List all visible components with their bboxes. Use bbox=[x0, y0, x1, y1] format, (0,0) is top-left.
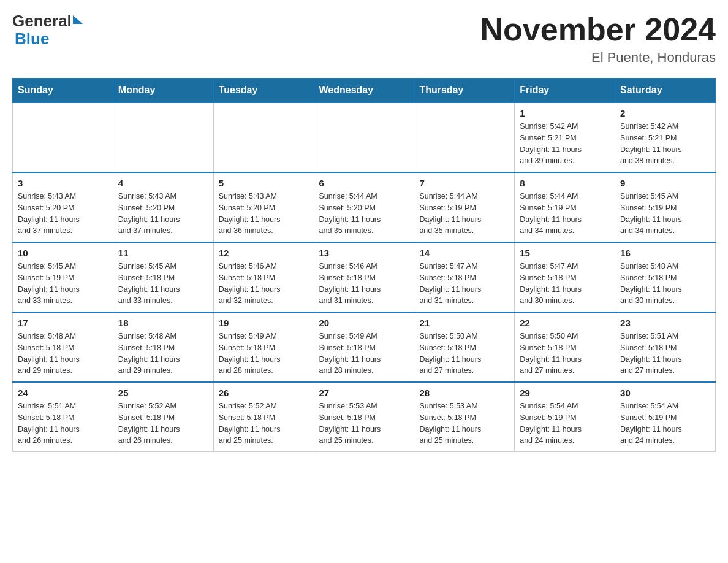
day-info: Sunrise: 5:48 AMSunset: 5:18 PMDaylight:… bbox=[118, 331, 208, 377]
day-number: 1 bbox=[520, 108, 610, 118]
day-info: Sunrise: 5:45 AMSunset: 5:18 PMDaylight:… bbox=[118, 261, 208, 307]
calendar-cell: 20Sunrise: 5:49 AMSunset: 5:18 PMDayligh… bbox=[314, 312, 414, 382]
day-number: 2 bbox=[620, 108, 710, 118]
day-info: Sunrise: 5:48 AMSunset: 5:18 PMDaylight:… bbox=[620, 261, 710, 307]
logo-general-text: General bbox=[12, 12, 72, 30]
location-subtitle: El Puente, Honduras bbox=[480, 50, 716, 66]
calendar-cell: 22Sunrise: 5:50 AMSunset: 5:18 PMDayligh… bbox=[515, 312, 615, 382]
day-number: 26 bbox=[219, 388, 309, 398]
calendar-header-row: SundayMondayTuesdayWednesdayThursdayFrid… bbox=[13, 79, 716, 103]
day-info: Sunrise: 5:49 AMSunset: 5:18 PMDaylight:… bbox=[219, 331, 309, 377]
logo: General Blue bbox=[12, 12, 83, 47]
calendar-week-row: 24Sunrise: 5:51 AMSunset: 5:18 PMDayligh… bbox=[13, 382, 716, 452]
day-number: 16 bbox=[620, 248, 710, 258]
day-number: 21 bbox=[419, 318, 509, 328]
calendar-header-friday: Friday bbox=[515, 79, 615, 103]
calendar-cell: 19Sunrise: 5:49 AMSunset: 5:18 PMDayligh… bbox=[213, 312, 314, 382]
calendar-cell: 8Sunrise: 5:44 AMSunset: 5:19 PMDaylight… bbox=[515, 172, 615, 242]
day-info: Sunrise: 5:50 AMSunset: 5:18 PMDaylight:… bbox=[419, 331, 509, 377]
title-section: November 2024 El Puente, Honduras bbox=[480, 12, 716, 66]
calendar-cell: 10Sunrise: 5:45 AMSunset: 5:19 PMDayligh… bbox=[13, 242, 113, 312]
day-info: Sunrise: 5:53 AMSunset: 5:18 PMDaylight:… bbox=[319, 400, 409, 446]
calendar-cell: 24Sunrise: 5:51 AMSunset: 5:18 PMDayligh… bbox=[13, 382, 113, 452]
day-number: 10 bbox=[18, 248, 108, 258]
day-info: Sunrise: 5:52 AMSunset: 5:18 PMDaylight:… bbox=[118, 400, 208, 446]
day-info: Sunrise: 5:44 AMSunset: 5:19 PMDaylight:… bbox=[419, 191, 509, 237]
day-number: 6 bbox=[319, 178, 409, 188]
day-info: Sunrise: 5:54 AMSunset: 5:19 PMDaylight:… bbox=[520, 400, 610, 446]
calendar-cell bbox=[213, 102, 314, 172]
day-number: 20 bbox=[319, 318, 409, 328]
day-info: Sunrise: 5:47 AMSunset: 5:18 PMDaylight:… bbox=[419, 261, 509, 307]
calendar-table: SundayMondayTuesdayWednesdayThursdayFrid… bbox=[12, 78, 716, 452]
day-info: Sunrise: 5:45 AMSunset: 5:19 PMDaylight:… bbox=[18, 261, 108, 307]
calendar-cell: 2Sunrise: 5:42 AMSunset: 5:21 PMDaylight… bbox=[615, 102, 716, 172]
day-number: 23 bbox=[620, 318, 710, 328]
day-number: 29 bbox=[520, 388, 610, 398]
day-info: Sunrise: 5:42 AMSunset: 5:21 PMDaylight:… bbox=[520, 121, 610, 167]
day-info: Sunrise: 5:52 AMSunset: 5:18 PMDaylight:… bbox=[219, 400, 309, 446]
day-number: 13 bbox=[319, 248, 409, 258]
day-info: Sunrise: 5:51 AMSunset: 5:18 PMDaylight:… bbox=[18, 400, 108, 446]
calendar-cell: 14Sunrise: 5:47 AMSunset: 5:18 PMDayligh… bbox=[414, 242, 515, 312]
calendar-cell: 6Sunrise: 5:44 AMSunset: 5:20 PMDaylight… bbox=[314, 172, 414, 242]
calendar-cell bbox=[314, 102, 414, 172]
day-info: Sunrise: 5:47 AMSunset: 5:18 PMDaylight:… bbox=[520, 261, 610, 307]
calendar-header-wednesday: Wednesday bbox=[314, 79, 414, 103]
day-info: Sunrise: 5:48 AMSunset: 5:18 PMDaylight:… bbox=[18, 331, 108, 377]
day-number: 4 bbox=[118, 178, 208, 188]
day-number: 22 bbox=[520, 318, 610, 328]
calendar-cell: 3Sunrise: 5:43 AMSunset: 5:20 PMDaylight… bbox=[13, 172, 113, 242]
calendar-header-tuesday: Tuesday bbox=[213, 79, 314, 103]
day-info: Sunrise: 5:50 AMSunset: 5:18 PMDaylight:… bbox=[520, 331, 610, 377]
day-number: 9 bbox=[620, 178, 710, 188]
day-info: Sunrise: 5:43 AMSunset: 5:20 PMDaylight:… bbox=[219, 191, 309, 237]
calendar-week-row: 3Sunrise: 5:43 AMSunset: 5:20 PMDaylight… bbox=[13, 172, 716, 242]
calendar-cell: 11Sunrise: 5:45 AMSunset: 5:18 PMDayligh… bbox=[113, 242, 213, 312]
calendar-header-sunday: Sunday bbox=[13, 79, 113, 103]
calendar-cell: 23Sunrise: 5:51 AMSunset: 5:18 PMDayligh… bbox=[615, 312, 716, 382]
day-info: Sunrise: 5:44 AMSunset: 5:19 PMDaylight:… bbox=[520, 191, 610, 237]
day-info: Sunrise: 5:43 AMSunset: 5:20 PMDaylight:… bbox=[18, 191, 108, 237]
calendar-cell: 15Sunrise: 5:47 AMSunset: 5:18 PMDayligh… bbox=[515, 242, 615, 312]
day-info: Sunrise: 5:46 AMSunset: 5:18 PMDaylight:… bbox=[219, 261, 309, 307]
day-number: 24 bbox=[18, 388, 108, 398]
calendar-cell: 29Sunrise: 5:54 AMSunset: 5:19 PMDayligh… bbox=[515, 382, 615, 452]
day-number: 17 bbox=[18, 318, 108, 328]
day-number: 7 bbox=[419, 178, 509, 188]
page-header: General Blue November 2024 El Puente, Ho… bbox=[12, 12, 716, 66]
calendar-cell bbox=[414, 102, 515, 172]
calendar-cell: 21Sunrise: 5:50 AMSunset: 5:18 PMDayligh… bbox=[414, 312, 515, 382]
calendar-cell: 27Sunrise: 5:53 AMSunset: 5:18 PMDayligh… bbox=[314, 382, 414, 452]
calendar-week-row: 10Sunrise: 5:45 AMSunset: 5:19 PMDayligh… bbox=[13, 242, 716, 312]
calendar-cell: 30Sunrise: 5:54 AMSunset: 5:19 PMDayligh… bbox=[615, 382, 716, 452]
day-number: 5 bbox=[219, 178, 309, 188]
calendar-header-monday: Monday bbox=[113, 79, 213, 103]
day-info: Sunrise: 5:54 AMSunset: 5:19 PMDaylight:… bbox=[620, 400, 710, 446]
calendar-week-row: 1Sunrise: 5:42 AMSunset: 5:21 PMDaylight… bbox=[13, 102, 716, 172]
calendar-header-saturday: Saturday bbox=[615, 79, 716, 103]
day-info: Sunrise: 5:42 AMSunset: 5:21 PMDaylight:… bbox=[620, 121, 710, 167]
day-number: 14 bbox=[419, 248, 509, 258]
calendar-cell: 16Sunrise: 5:48 AMSunset: 5:18 PMDayligh… bbox=[615, 242, 716, 312]
calendar-cell: 28Sunrise: 5:53 AMSunset: 5:18 PMDayligh… bbox=[414, 382, 515, 452]
month-title: November 2024 bbox=[480, 12, 716, 47]
calendar-cell: 17Sunrise: 5:48 AMSunset: 5:18 PMDayligh… bbox=[13, 312, 113, 382]
calendar-cell: 7Sunrise: 5:44 AMSunset: 5:19 PMDaylight… bbox=[414, 172, 515, 242]
day-number: 8 bbox=[520, 178, 610, 188]
day-number: 27 bbox=[319, 388, 409, 398]
calendar-cell: 1Sunrise: 5:42 AMSunset: 5:21 PMDaylight… bbox=[515, 102, 615, 172]
calendar-cell: 13Sunrise: 5:46 AMSunset: 5:18 PMDayligh… bbox=[314, 242, 414, 312]
day-info: Sunrise: 5:51 AMSunset: 5:18 PMDaylight:… bbox=[620, 331, 710, 377]
day-number: 11 bbox=[118, 248, 208, 258]
calendar-cell: 25Sunrise: 5:52 AMSunset: 5:18 PMDayligh… bbox=[113, 382, 213, 452]
logo-arrow-icon bbox=[73, 15, 83, 24]
day-info: Sunrise: 5:46 AMSunset: 5:18 PMDaylight:… bbox=[319, 261, 409, 307]
day-number: 15 bbox=[520, 248, 610, 258]
calendar-cell bbox=[13, 102, 113, 172]
calendar-cell: 12Sunrise: 5:46 AMSunset: 5:18 PMDayligh… bbox=[213, 242, 314, 312]
day-number: 28 bbox=[419, 388, 509, 398]
day-info: Sunrise: 5:53 AMSunset: 5:18 PMDaylight:… bbox=[419, 400, 509, 446]
calendar-cell bbox=[113, 102, 213, 172]
day-number: 3 bbox=[18, 178, 108, 188]
